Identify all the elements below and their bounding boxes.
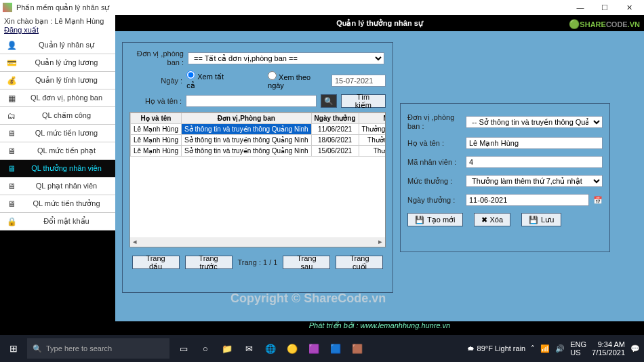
form-dept-select[interactable]: -- Sở thông tin và truyền thông Quảng Ni…: [466, 116, 603, 128]
page-label: Trang : 1 / 1: [238, 258, 278, 266]
sidebar-item-label: QL chấm công: [23, 111, 110, 120]
column-header[interactable]: Họ và tên: [131, 113, 182, 124]
column-header[interactable]: Đơn vị,Phòng ban: [182, 113, 312, 124]
vs-icon[interactable]: 🟪: [304, 338, 324, 359]
sidebar-item-5[interactable]: 🖥QL mức tiền lương: [0, 125, 115, 142]
mail-icon[interactable]: ✉: [239, 338, 259, 359]
sidebar-icon: 🖥: [5, 164, 18, 174]
table-cell: Lê Mạnh Hùng: [131, 135, 182, 146]
search-button[interactable]: Tìm kiếm: [341, 94, 386, 108]
sidebar-item-6[interactable]: 🖥QL mức tiền phạt: [0, 142, 115, 160]
sidebar-item-label: Quản lý nhân sự: [23, 41, 110, 49]
taskbar-search[interactable]: 🔍 Type here to search: [27, 338, 169, 359]
prev-page-button[interactable]: Trang trước: [185, 256, 233, 269]
app-taskbar-icon[interactable]: 🟫: [347, 338, 367, 359]
sidebar-item-8[interactable]: 🖥QL phạt nhân viên: [0, 178, 115, 195]
view-bydate-radio[interactable]: Xem theo ngày: [268, 71, 327, 89]
first-page-button[interactable]: Trang đầu: [132, 256, 180, 269]
edge-icon[interactable]: 🌐: [260, 338, 281, 359]
sidebar-item-7[interactable]: 🖥QL thưởng nhân viên: [0, 160, 115, 178]
table-cell: Sở thông tin và truyền thông Quảng Ninh: [182, 135, 312, 146]
table-cell: Thưởng làm tăng ca tối: [359, 135, 386, 146]
sidebar-icon: 🗂: [5, 111, 18, 121]
table-cell: Lê Mạnh Hùng: [131, 146, 182, 157]
search-icon: 🔍: [33, 344, 42, 353]
filter-date-input[interactable]: [331, 75, 386, 87]
weather-widget[interactable]: 🌧 89°F Light rain: [467, 344, 525, 353]
sidebar-item-label: QL thưởng nhân viên: [23, 164, 110, 173]
sidebar: Xin chào bạn : Lê Mạnh Hùng Đăng xuất 👤Q…: [0, 15, 115, 335]
maximize-button[interactable]: ☐: [592, 0, 617, 15]
new-button[interactable]: 💾Tạo mới: [407, 213, 463, 226]
sidebar-item-label: QL phạt nhân viên: [23, 182, 110, 190]
sidebar-item-0[interactable]: 👤Quản lý nhân sự: [0, 37, 115, 54]
sidebar-icon: 👤: [5, 41, 18, 50]
view-all-radio[interactable]: Xem tất cả: [186, 71, 233, 90]
logout-link[interactable]: Đăng xuất: [4, 26, 39, 34]
results-table[interactable]: Họ và tênĐơn vị,Phòng banNgày thưởngMức …: [129, 112, 386, 247]
cortana-icon[interactable]: ○: [195, 338, 216, 359]
delete-button[interactable]: ✖Xóa: [474, 213, 511, 226]
start-button[interactable]: ⊞: [0, 343, 27, 354]
name-input[interactable]: [186, 95, 317, 107]
sidebar-item-label: Quản lý ứng lương: [23, 58, 110, 67]
sidebar-icon: 🖥: [5, 199, 18, 209]
calendar-icon[interactable]: 📅: [593, 196, 603, 205]
language-indicator[interactable]: ENG US: [570, 340, 586, 357]
sidebar-item-label: QL mức tiền lương: [23, 129, 110, 138]
table-cell: Sở thông tin và truyền thông Quảng Ninh: [182, 124, 312, 135]
table-row[interactable]: Lê Mạnh HùngSở thông tin và truyền thông…: [131, 135, 386, 146]
explorer-icon[interactable]: 📁: [217, 338, 237, 359]
form-id-label: Mã nhân viên :: [407, 158, 462, 166]
last-page-button[interactable]: Trang cuối: [336, 256, 383, 269]
form-date-label: Ngày thưởng :: [407, 196, 462, 205]
sidebar-icon: 🖥: [5, 182, 18, 191]
form-name-field: [466, 137, 603, 149]
sidebar-icon: 💰: [5, 76, 18, 85]
dept-select[interactable]: == Tất cả đơn vị,phòng ban ==: [188, 52, 384, 64]
form-name-label: Họ và tên :: [407, 139, 462, 148]
search-icon-button[interactable]: 🔍: [321, 94, 336, 108]
network-icon[interactable]: 📶: [540, 344, 550, 353]
sidebar-item-label: QL đơn vị, phòng ban: [23, 94, 110, 102]
delete-icon: ✖: [481, 216, 487, 224]
pager: Trang đầu Trang trước Trang : 1 / 1 Tran…: [129, 256, 386, 269]
notifications-icon[interactable]: 💬: [630, 344, 640, 353]
sidebar-item-4[interactable]: 🗂QL chấm công: [0, 107, 115, 125]
chrome-icon[interactable]: 🟡: [282, 338, 302, 359]
sidebar-item-3[interactable]: ▦QL đơn vị, phòng ban: [0, 89, 115, 107]
sidebar-icon: 🔒: [5, 217, 18, 226]
taskbar-clock[interactable]: 9:34 AM7/15/2021: [592, 340, 625, 357]
table-cell: Thưởng làm thêm thứ 7,c...: [359, 124, 386, 135]
table-row[interactable]: Lê Mạnh HùngSở thông tin và truyền thông…: [131, 146, 386, 157]
table-cell: Sở thông tin và truyền thông Quảng Ninh: [182, 146, 312, 157]
form-level-label: Mức thưởng :: [407, 177, 462, 186]
form-date-input[interactable]: [466, 194, 589, 206]
form-dept-label: Đơn vị ,phòng ban :: [407, 113, 462, 130]
tray-chevron-icon[interactable]: ˄: [531, 344, 535, 353]
horizontal-scrollbar[interactable]: ◂▸: [130, 237, 385, 247]
windows-taskbar: ⊞ 🔍 Type here to search ▭ ○ 📁 ✉ 🌐 🟡 🟪 🟦 …: [0, 335, 644, 362]
form-level-select[interactable]: Thưởng làm thêm thứ 7,chủ nhật: [466, 175, 603, 187]
table-cell: 18/06/2021: [311, 135, 359, 146]
sound-icon[interactable]: 🔊: [555, 344, 565, 353]
column-header[interactable]: Mức thưởng: [359, 113, 386, 124]
sidebar-item-1[interactable]: 💳Quản lý ứng lương: [0, 54, 115, 72]
save-button[interactable]: 💾Lưu: [521, 213, 561, 226]
sidebar-item-10[interactable]: 🔒Đổi mật khẩu: [0, 213, 115, 230]
dept-label: Đơn vị ,phòng ban :: [129, 49, 184, 66]
column-header[interactable]: Ngày thưởng: [311, 113, 359, 124]
sidebar-item-9[interactable]: 🖥QL mức tiền thưởng: [0, 195, 115, 213]
table-row[interactable]: Lê Mạnh HùngSở thông tin và truyền thông…: [131, 124, 386, 135]
next-page-button[interactable]: Trang sau: [283, 256, 330, 269]
sidebar-item-2[interactable]: 💰Quản lý tính lương: [0, 72, 115, 89]
table-cell: 11/06/2021: [311, 124, 359, 135]
close-button[interactable]: ✕: [617, 0, 641, 15]
minimize-button[interactable]: —: [568, 0, 592, 15]
filter-panel: Đơn vị ,phòng ban : == Tất cả đơn vị,phò…: [122, 42, 393, 293]
task-view-icon[interactable]: ▭: [174, 338, 194, 359]
word-icon[interactable]: 🟦: [325, 338, 346, 359]
welcome-bar: Xin chào bạn : Lê Mạnh Hùng Đăng xuất: [0, 15, 115, 37]
brand-logo: 🟢SHARECODE.VN: [569, 16, 640, 33]
sidebar-item-label: Quản lý tính lương: [23, 76, 110, 85]
